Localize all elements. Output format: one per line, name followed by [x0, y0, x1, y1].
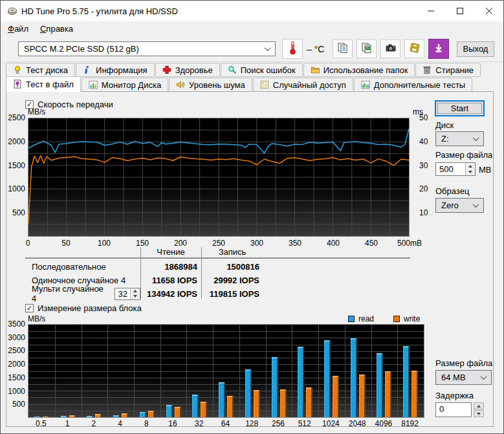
read-bar — [219, 382, 225, 417]
x-axis-ticks-2: 0.512481632641282565121024204840968192 — [28, 419, 424, 428]
gridline — [28, 331, 424, 332]
spin-up-button[interactable] — [466, 163, 475, 169]
chevron-down-icon — [481, 373, 487, 380]
device-select[interactable]: SPCC M.2 PCIe SSD (512 gB) — [18, 41, 276, 56]
tab-info[interactable]: Информация — [76, 63, 155, 77]
write-legend-swatch — [393, 316, 400, 322]
y-axis-title: MB/s — [28, 107, 45, 116]
copy-text-button[interactable] — [333, 39, 353, 58]
tab-health[interactable]: Здоровье — [155, 63, 220, 77]
spin-down-button[interactable] — [474, 410, 484, 417]
chevron-down-icon — [473, 135, 479, 141]
menu-help[interactable]: Справка — [34, 22, 79, 36]
y-axis-ticks-2: 500100015002000250030003500 — [6, 324, 27, 418]
tab-label: Здоровье — [175, 65, 213, 75]
tab-error-scan[interactable]: Поиск ошибок — [221, 63, 303, 77]
transfer-speed-label: Скорость передачи — [38, 100, 113, 109]
tab-random-access[interactable]: Случайный доступ — [253, 78, 353, 92]
table-row: Мульти случайное 432134942 IOPS119815 IO… — [25, 287, 336, 300]
lightbulb-icon — [13, 65, 22, 74]
copy-image-button[interactable] — [356, 39, 377, 58]
y-axis-tick-label: 2500 — [8, 113, 25, 122]
disk-select[interactable]: Z: — [435, 131, 484, 146]
x-axis-tick-label: 128 — [245, 419, 258, 428]
write-bar — [69, 415, 76, 417]
y-axis-tick-label: 500 — [12, 208, 25, 217]
tab-noise-level[interactable]: Уровень шума — [169, 78, 252, 92]
spin-up-button[interactable] — [131, 288, 140, 294]
update-button[interactable] — [428, 39, 449, 59]
minimize-button[interactable] — [416, 1, 445, 21]
maximize-button[interactable] — [445, 1, 474, 21]
x-axis-tick-label: 250 — [212, 239, 225, 248]
write-bar — [411, 371, 418, 417]
temperature-button[interactable] — [282, 39, 303, 59]
x-axis-tick-label: 2048 — [349, 419, 366, 428]
read-value: 11658 IOPS — [140, 276, 201, 285]
spin-down-button[interactable] — [131, 294, 140, 299]
read-bar — [324, 340, 331, 417]
x-axis-tick-label: 16 — [168, 419, 177, 428]
delay-field[interactable]: 0 — [435, 402, 472, 417]
x-axis-tick-label: 0 — [26, 239, 30, 248]
tab-extra-tests[interactable]: Дополнительные тесты — [354, 78, 472, 92]
block-size-checkbox[interactable]: ✓ — [25, 304, 34, 312]
menu-file[interactable]: Файл — [2, 22, 34, 36]
spin-up-button[interactable] — [474, 402, 484, 409]
chevron-down-icon — [265, 45, 271, 51]
x-axis-tick-label: 0.5 — [36, 419, 47, 428]
device-select-value: SPCC M.2 PCIe SSD (512 gB) — [24, 44, 139, 54]
tab-label: Уровень шума — [189, 80, 245, 90]
bar-chart-icon — [89, 80, 98, 89]
block-size-checkbox-row: ✓ Измерение размера блока — [25, 303, 142, 313]
file-size-label-2: Размер файла — [435, 358, 492, 368]
tab-disk-monitor[interactable]: Монитор Диска — [82, 78, 168, 92]
chart-legend: read write — [348, 314, 420, 323]
write-legend-label: write — [404, 314, 420, 323]
info-icon — [83, 65, 92, 74]
gridline — [160, 325, 161, 417]
tab-folder-usage[interactable]: Использование папок — [303, 63, 415, 77]
write-bar — [122, 413, 128, 417]
copy-text-icon — [337, 42, 349, 56]
spin-down-button[interactable] — [466, 169, 475, 176]
exit-button[interactable]: Выход — [457, 41, 494, 57]
temperature-value: – °C — [307, 44, 324, 54]
tab-row-1: Тест дискаИнформацияЗдоровьеПоиск ошибок… — [6, 63, 499, 77]
y-axis-tick-label: 500 — [12, 400, 25, 409]
y-axis-tick-label: 2000 — [8, 137, 25, 146]
file-size-spinner[interactable]: 500 — [435, 162, 476, 176]
tab-label: Тест диска — [26, 65, 68, 75]
y-axis-tick-label: 1500 — [8, 373, 25, 382]
window-title: HD Tune Pro 5.75 - утилита для HD/SSD — [21, 6, 178, 16]
tab-erase[interactable]: Стирание — [415, 63, 481, 77]
save-button[interactable] — [404, 39, 424, 58]
gridline — [213, 325, 214, 417]
health-cross-icon — [162, 65, 171, 74]
y-axis-tick-label: 2500 — [8, 346, 25, 355]
data-pattern-select[interactable]: Zero — [435, 198, 484, 213]
col-header-write: Запись — [201, 247, 263, 257]
x-axis-tick-label: 450 — [365, 239, 378, 248]
write-bar — [175, 407, 181, 417]
gridline — [28, 338, 424, 338]
gridline — [28, 364, 424, 365]
tab-file-benchmark[interactable]: Тест в файл — [6, 76, 81, 92]
gridline — [345, 325, 345, 417]
chevron-down-icon — [473, 201, 479, 208]
queue-depth-spinner[interactable]: 32 — [115, 288, 140, 300]
close-button[interactable] — [474, 1, 503, 21]
write-bar — [43, 417, 49, 418]
tab-disk-test[interactable]: Тест диска — [6, 63, 75, 77]
y2-axis-tick-label: 10 — [419, 208, 428, 217]
file-size-select-2[interactable]: 64 MB — [435, 370, 492, 385]
start-button[interactable]: Start — [435, 101, 484, 116]
y-axis-tick-label: 1000 — [8, 387, 25, 396]
read-bar — [87, 416, 93, 418]
gridline — [55, 325, 56, 417]
read-bar — [403, 346, 410, 418]
toolbar: SPCC M.2 PCIe SSD (512 gB) – °C Выход — [1, 36, 503, 62]
screenshot-button[interactable] — [380, 39, 400, 58]
x-axis-tick-label: 200 — [174, 239, 187, 248]
block-size-chart — [28, 324, 424, 418]
